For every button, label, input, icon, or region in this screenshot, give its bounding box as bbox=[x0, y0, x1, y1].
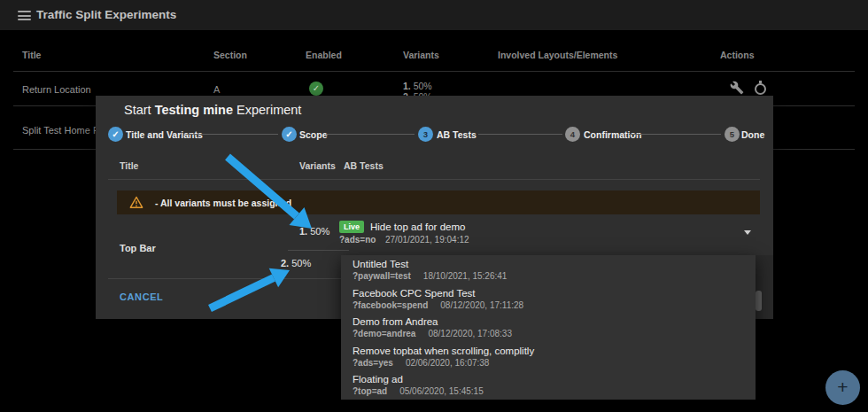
modal-row-title: Top Bar bbox=[120, 243, 156, 253]
wrench-icon[interactable] bbox=[730, 81, 744, 95]
step-2-icon[interactable]: ✓ bbox=[282, 127, 297, 142]
variant-row-divider bbox=[288, 250, 349, 251]
modal-column-variants: Variants bbox=[299, 160, 336, 171]
selected-test-timestamp: 27/01/2021, 19:04:12 bbox=[385, 235, 469, 245]
warning-banner: - All variants must be assigned bbox=[117, 190, 760, 214]
dropdown-option-untitled-test[interactable]: Untitled Test ?paywall=test18/10/2021, 1… bbox=[341, 255, 756, 284]
selected-test-name: Hide top ad for demo bbox=[370, 222, 465, 232]
column-header-section: Section bbox=[213, 50, 247, 60]
modal-divider bbox=[108, 179, 760, 180]
dropdown-option-demo-andrea[interactable]: Demo from Andrea ?demo=andrea08/12/2020,… bbox=[341, 313, 756, 342]
step-connector bbox=[186, 134, 278, 135]
warning-text: - All variants must be assigned bbox=[155, 198, 291, 208]
page-title: Traffic Split Experiments bbox=[36, 0, 176, 30]
step-2-label: Scope bbox=[299, 129, 328, 140]
live-badge: Live bbox=[339, 221, 364, 233]
table-divider bbox=[13, 71, 855, 72]
selected-test-query: ?ads=no bbox=[339, 235, 376, 245]
chevron-down-icon bbox=[744, 230, 751, 235]
column-header-actions: Actions bbox=[720, 50, 755, 60]
column-header-title: Title bbox=[22, 50, 41, 60]
row-title-return-location[interactable]: Return Location bbox=[22, 84, 91, 95]
column-header-variants: Variants bbox=[403, 50, 439, 60]
step-5-icon[interactable]: 5 bbox=[725, 127, 740, 142]
variant-2-label: 2. 50% bbox=[281, 258, 311, 268]
top-app-bar: Traffic Split Experiments bbox=[0, 0, 868, 30]
modal-column-ab-tests: AB Tests bbox=[344, 160, 384, 171]
cancel-button[interactable]: CANCEL bbox=[120, 292, 163, 302]
app-window: Traffic Split Experiments Title Section … bbox=[0, 0, 868, 412]
ab-test-select-variant-1[interactable]: Live Hide top ad for demo ?ads=no 27/01/… bbox=[333, 214, 760, 250]
dropdown-option-floating-ad[interactable]: Floating ad ?top=ad05/06/2020, 15:45:15 bbox=[341, 370, 756, 400]
row-variant-1: 1. 50% bbox=[403, 81, 432, 91]
column-header-enabled: Enabled bbox=[306, 50, 342, 60]
modal-scrollbar-thumb[interactable] bbox=[756, 291, 762, 311]
step-3-label: AB Tests bbox=[437, 129, 477, 140]
dropdown-option-facebook-cpc[interactable]: Facebook CPC Spend Test ?facebook=spend0… bbox=[341, 284, 756, 314]
column-header-layouts: Involved Layouts/Elements bbox=[498, 50, 617, 60]
dialog-title: Start Testing mine Experiment bbox=[124, 103, 301, 117]
menu-icon[interactable] bbox=[18, 11, 31, 20]
step-connector bbox=[326, 134, 415, 135]
step-1-icon[interactable]: ✓ bbox=[108, 127, 123, 142]
add-experiment-fab[interactable]: + bbox=[825, 370, 860, 405]
dropdown-option-remove-topbar[interactable]: Remove topbat when scrolling, complitly … bbox=[341, 342, 756, 371]
row-section: A bbox=[213, 84, 220, 95]
ab-test-dropdown-menu: Untitled Test ?paywall=test18/10/2021, 1… bbox=[341, 255, 756, 400]
step-3-icon[interactable]: 3 bbox=[418, 127, 433, 142]
modal-column-title: Title bbox=[120, 160, 138, 171]
gear-icon[interactable] bbox=[755, 83, 766, 95]
step-5-label: Done bbox=[741, 129, 764, 140]
warning-triangle-icon bbox=[129, 196, 143, 209]
step-connector bbox=[478, 134, 562, 135]
step-4-icon[interactable]: 4 bbox=[565, 127, 580, 142]
step-1-label: Title and Variants bbox=[126, 129, 203, 140]
enabled-check-icon[interactable]: ✓ bbox=[309, 82, 323, 96]
step-4-label: Confirmation bbox=[584, 129, 641, 140]
variant-1-label: 1. 50% bbox=[299, 226, 329, 237]
step-connector bbox=[629, 134, 721, 135]
